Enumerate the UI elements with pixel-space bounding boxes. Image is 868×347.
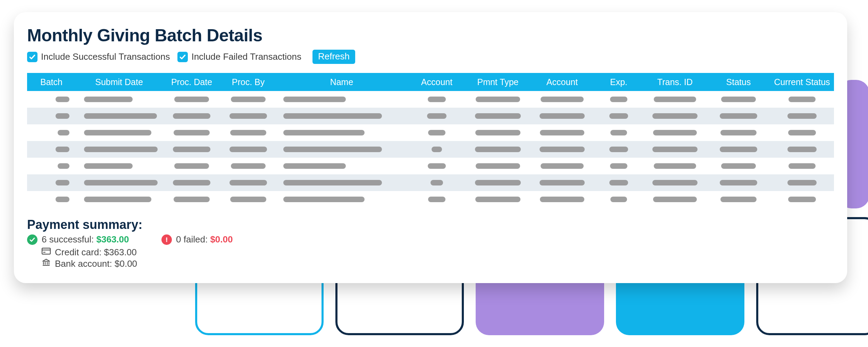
table-cell bbox=[408, 180, 466, 185]
placeholder bbox=[173, 180, 210, 185]
table-cell bbox=[162, 113, 221, 119]
table-cell bbox=[707, 163, 770, 169]
placeholder bbox=[653, 130, 697, 135]
table-cell bbox=[76, 147, 162, 152]
placeholder bbox=[56, 113, 69, 119]
col-proc-by[interactable]: Proc. By bbox=[221, 77, 276, 87]
table-cell bbox=[408, 130, 466, 135]
placeholder bbox=[428, 163, 446, 169]
table-cell bbox=[707, 147, 770, 152]
placeholder bbox=[788, 197, 816, 202]
table-row[interactable] bbox=[27, 108, 834, 124]
page-title: Monthly Giving Batch Details bbox=[27, 25, 834, 46]
table-cell bbox=[276, 197, 408, 202]
table-cell bbox=[408, 97, 466, 102]
table-row[interactable] bbox=[27, 91, 834, 108]
fail-alert-icon bbox=[161, 234, 172, 245]
credit-card-icon bbox=[42, 247, 51, 258]
refresh-button[interactable]: Refresh bbox=[312, 50, 355, 64]
placeholder bbox=[283, 180, 382, 185]
col-pmnt-type[interactable]: Pmnt Type bbox=[466, 77, 530, 87]
placeholder bbox=[475, 180, 521, 185]
table-row[interactable] bbox=[27, 174, 834, 191]
table-row[interactable] bbox=[27, 141, 834, 158]
batch-details-card: Monthly Giving Batch Details Include Suc… bbox=[14, 12, 847, 283]
placeholder bbox=[654, 97, 696, 102]
table-cell bbox=[162, 130, 221, 135]
placeholder bbox=[173, 113, 210, 119]
placeholder bbox=[609, 113, 628, 119]
placeholder bbox=[540, 180, 585, 185]
table-cell bbox=[221, 180, 276, 185]
table-cell bbox=[27, 130, 76, 135]
placeholder bbox=[428, 197, 445, 202]
placeholder bbox=[229, 147, 267, 152]
summary-success-amount: $363.00 bbox=[97, 234, 129, 245]
table-cell bbox=[466, 113, 530, 119]
table-cell bbox=[594, 163, 643, 169]
table-cell bbox=[27, 163, 76, 169]
col-account1[interactable]: Account bbox=[408, 77, 466, 87]
bank-icon bbox=[42, 258, 51, 269]
transactions-table: Batch Submit Date Proc. Date Proc. By Na… bbox=[27, 73, 834, 208]
placeholder bbox=[541, 163, 584, 169]
table-cell bbox=[466, 163, 530, 169]
col-proc-date[interactable]: Proc. Date bbox=[162, 77, 221, 87]
summary-successful: 6 successful: $363.00 bbox=[27, 234, 137, 245]
placeholder bbox=[788, 163, 816, 169]
table-cell bbox=[466, 147, 530, 152]
placeholder bbox=[721, 163, 756, 169]
col-account2[interactable]: Account bbox=[530, 77, 594, 87]
placeholder bbox=[283, 113, 382, 119]
col-name[interactable]: Name bbox=[276, 77, 408, 87]
placeholder bbox=[56, 180, 69, 185]
table-cell bbox=[221, 197, 276, 202]
table-cell bbox=[594, 97, 643, 102]
table-cell bbox=[770, 180, 834, 185]
placeholder bbox=[654, 163, 696, 169]
table-cell bbox=[276, 147, 408, 152]
table-row[interactable] bbox=[27, 158, 834, 174]
table-cell bbox=[27, 180, 76, 185]
table-cell bbox=[643, 197, 707, 202]
table-cell bbox=[770, 97, 834, 102]
col-batch[interactable]: Batch bbox=[27, 77, 76, 87]
placeholder bbox=[283, 197, 365, 202]
table-cell bbox=[276, 180, 408, 185]
placeholder bbox=[653, 197, 697, 202]
table-cell bbox=[221, 130, 276, 135]
table-cell bbox=[221, 163, 276, 169]
placeholder bbox=[652, 147, 698, 152]
placeholder bbox=[173, 147, 210, 152]
placeholder bbox=[787, 180, 817, 185]
table-cell bbox=[594, 180, 643, 185]
col-status[interactable]: Status bbox=[707, 77, 770, 87]
col-trans-id[interactable]: Trans. ID bbox=[643, 77, 707, 87]
table-cell bbox=[770, 130, 834, 135]
table-row[interactable] bbox=[27, 124, 834, 141]
col-submit-date[interactable]: Submit Date bbox=[76, 77, 162, 87]
placeholder bbox=[720, 197, 757, 202]
col-current-status[interactable]: Current Status bbox=[770, 77, 834, 87]
placeholder bbox=[58, 130, 69, 135]
include-failed-checkbox[interactable]: Include Failed Transactions bbox=[177, 51, 301, 62]
table-cell bbox=[76, 130, 162, 135]
include-success-checkbox[interactable]: Include Successful Transactions bbox=[27, 51, 170, 62]
include-failed-label: Include Failed Transactions bbox=[191, 51, 301, 62]
check-icon bbox=[27, 52, 37, 62]
table-cell bbox=[276, 163, 408, 169]
table-cell bbox=[408, 163, 466, 169]
table-cell bbox=[27, 197, 76, 202]
placeholder bbox=[540, 113, 585, 119]
col-exp[interactable]: Exp. bbox=[594, 77, 643, 87]
summary-failed: 0 failed: $0.00 bbox=[161, 234, 233, 245]
table-cell bbox=[162, 97, 221, 102]
placeholder bbox=[56, 147, 69, 152]
placeholder bbox=[58, 163, 69, 169]
table-row[interactable] bbox=[27, 191, 834, 208]
payment-summary: Payment summary: 6 successful: $363.00 bbox=[27, 217, 834, 269]
svg-rect-0 bbox=[42, 248, 50, 254]
summary-bank-account: Bank account: $0.00 bbox=[42, 258, 137, 269]
table-cell bbox=[707, 97, 770, 102]
table-cell bbox=[408, 197, 466, 202]
